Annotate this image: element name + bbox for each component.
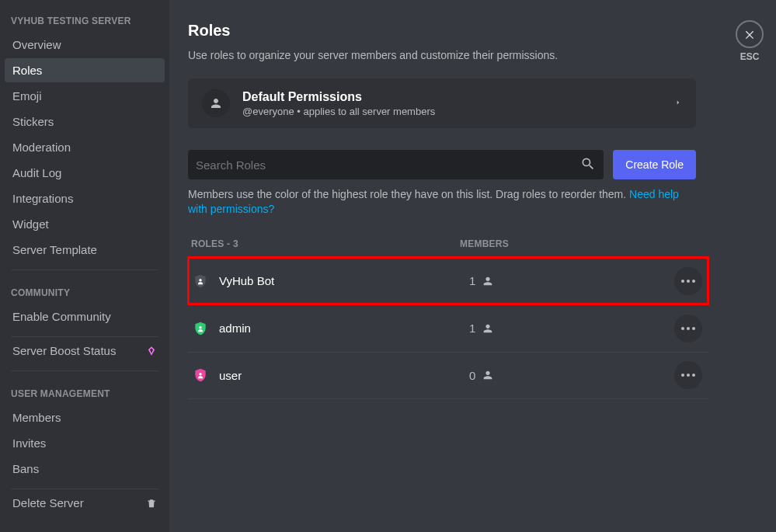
more-icon <box>681 374 695 377</box>
chevron-right-icon <box>674 96 682 111</box>
sidebar-item-label: Widget <box>12 217 49 231</box>
sidebar-item-roles[interactable]: Roles <box>5 58 165 82</box>
person-icon <box>482 275 494 287</box>
esc-label: ESC <box>740 51 760 62</box>
svg-point-3 <box>681 327 684 330</box>
role-name: user <box>219 369 469 382</box>
trash-icon <box>146 498 157 509</box>
svg-point-8 <box>692 374 695 377</box>
sidebar-item-label: Delete Server <box>12 496 84 509</box>
sidebar-divider <box>11 489 158 489</box>
sidebar-section-header: COMMUNITY <box>5 272 165 303</box>
sidebar-item-label: Server Boost Status <box>12 344 116 357</box>
sidebar-item-integrations[interactable]: Integrations <box>5 186 165 210</box>
create-role-button[interactable]: Create Role <box>613 150 696 179</box>
role-member-count: 1 <box>469 274 494 287</box>
sidebar-item-widget[interactable]: Widget <box>5 212 165 236</box>
svg-point-6 <box>681 374 684 377</box>
page-subtitle: Use roles to organize your server member… <box>188 49 729 61</box>
sidebar-section-header: VYHUB TESTING SERVER <box>5 0 165 31</box>
sidebar-item-audit-log[interactable]: Audit Log <box>5 161 165 185</box>
svg-point-1 <box>687 280 690 283</box>
person-icon <box>482 322 494 335</box>
sidebar-item-server-template[interactable]: Server Template <box>5 238 165 262</box>
sidebar-item-bans[interactable]: Bans <box>5 457 165 481</box>
role-more-button[interactable] <box>674 315 702 342</box>
sidebar-item-members[interactable]: Members <box>5 405 165 429</box>
sidebar-item-delete-server[interactable]: Delete Server <box>5 491 165 515</box>
role-row[interactable]: user0 <box>188 352 708 399</box>
sidebar-item-label: Members <box>12 411 61 424</box>
role-row[interactable]: admin1 <box>188 304 708 352</box>
sidebar-item-server-boost-status[interactable]: Server Boost Status <box>5 339 165 363</box>
more-icon <box>681 280 695 283</box>
sidebar-item-label: Emoji <box>12 89 42 103</box>
shield-icon <box>193 321 208 336</box>
default-permissions-title: Default Permissions <box>242 90 435 104</box>
sidebar-section-header: USER MANAGEMENT <box>5 373 165 404</box>
person-icon <box>482 369 494 381</box>
sidebar-divider <box>11 269 158 270</box>
close-button[interactable]: ESC <box>736 20 764 62</box>
close-icon <box>736 20 764 48</box>
default-permissions-sub: @everyone • applies to all server member… <box>242 106 435 117</box>
default-permissions-card[interactable]: Default Permissions @everyone • applies … <box>188 78 696 128</box>
shield-icon <box>193 367 208 383</box>
sidebar-divider <box>11 336 158 337</box>
sidebar-divider <box>11 370 158 371</box>
svg-point-0 <box>681 280 684 283</box>
settings-sidebar: VYHUB TESTING SERVEROverviewRolesEmojiSt… <box>0 0 169 532</box>
sidebar-item-emoji[interactable]: Emoji <box>5 84 165 108</box>
sidebar-item-stickers[interactable]: Stickers <box>5 110 165 134</box>
search-roles-input[interactable] <box>196 158 580 172</box>
col-roles: ROLES - 3 <box>191 238 460 249</box>
sidebar-item-enable-community[interactable]: Enable Community <box>5 304 165 329</box>
boost-icon <box>146 346 157 356</box>
role-column-headers: ROLES - 3 MEMBERS <box>188 238 696 257</box>
role-member-count: 0 <box>469 369 494 382</box>
sidebar-item-label: Overview <box>12 38 61 51</box>
roles-hint: Members use the color of the highest rol… <box>188 187 696 217</box>
svg-point-7 <box>687 374 690 377</box>
sidebar-item-label: Roles <box>12 64 42 77</box>
sidebar-item-label: Invites <box>12 436 46 450</box>
sidebar-item-overview[interactable]: Overview <box>5 33 165 57</box>
more-icon <box>681 327 695 330</box>
role-more-button[interactable] <box>674 361 702 389</box>
roles-panel: ESC Roles Use roles to organize your ser… <box>169 0 776 532</box>
sidebar-item-invites[interactable]: Invites <box>5 431 165 455</box>
search-roles-input-wrap[interactable] <box>188 150 604 179</box>
role-row[interactable]: VyHub Bot1 <box>188 257 708 304</box>
role-name: admin <box>219 322 469 335</box>
search-icon <box>580 156 596 174</box>
sidebar-item-label: Server Template <box>12 243 97 256</box>
svg-point-4 <box>687 327 690 330</box>
members-icon <box>202 89 230 117</box>
sidebar-item-label: Moderation <box>12 141 71 154</box>
page-title: Roles <box>188 22 729 40</box>
sidebar-item-label: Enable Community <box>12 310 111 323</box>
sidebar-item-label: Bans <box>12 462 39 475</box>
sidebar-item-moderation[interactable]: Moderation <box>5 135 165 159</box>
col-members: MEMBERS <box>460 238 509 249</box>
sidebar-item-label: Integrations <box>12 192 73 205</box>
sidebar-item-label: Audit Log <box>12 166 61 179</box>
shield-icon <box>193 273 208 289</box>
role-member-count: 1 <box>469 322 494 335</box>
role-name: VyHub Bot <box>219 274 469 287</box>
role-more-button[interactable] <box>674 267 702 295</box>
svg-point-2 <box>692 280 695 283</box>
role-list: VyHub Bot1admin1user0 <box>188 257 708 399</box>
svg-point-5 <box>692 327 695 330</box>
sidebar-item-label: Stickers <box>12 115 54 128</box>
